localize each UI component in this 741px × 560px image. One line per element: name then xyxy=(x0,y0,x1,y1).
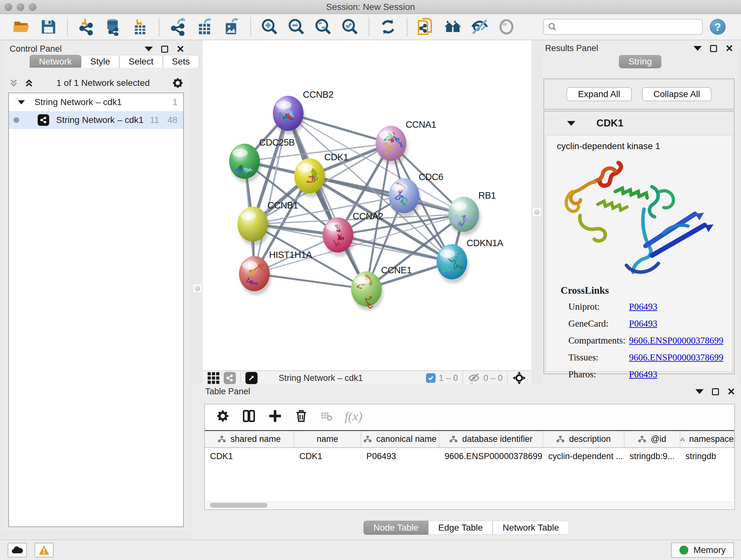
tab-network-table[interactable]: Network Table xyxy=(493,521,569,535)
table-cell[interactable]: CDK1 xyxy=(205,448,294,464)
memory-button[interactable]: Memory xyxy=(671,543,734,558)
tab-sets[interactable]: Sets xyxy=(163,55,199,68)
network-options-gear-icon[interactable] xyxy=(172,77,184,89)
zoom-out-icon[interactable] xyxy=(287,17,306,37)
column-header-canonical-name[interactable]: canonical name xyxy=(361,431,440,447)
collapse-all-icon[interactable] xyxy=(8,78,19,88)
crosslink-link[interactable]: P06493 xyxy=(629,369,657,380)
panel-float-icon[interactable] xyxy=(712,388,719,395)
column-header-description[interactable]: description xyxy=(543,431,624,447)
zoom-selected-icon[interactable] xyxy=(340,17,360,37)
table-cell[interactable]: cyclin-dependent ... xyxy=(543,448,624,464)
tab-style[interactable]: Style xyxy=(81,55,119,68)
panel-close-icon[interactable]: ✕ xyxy=(727,388,735,395)
hscrollbar-thumb[interactable] xyxy=(210,503,267,508)
tab-node-table[interactable]: Node Table xyxy=(363,521,428,535)
panel-menu-icon[interactable] xyxy=(145,47,153,51)
network-node-CDK1[interactable] xyxy=(294,159,325,193)
network-view-share-icon[interactable] xyxy=(224,372,236,384)
search-box[interactable] xyxy=(543,19,703,35)
tab-network[interactable]: Network xyxy=(30,55,81,68)
open-session-icon[interactable] xyxy=(12,17,31,37)
selected-checkbox-icon[interactable] xyxy=(426,373,435,383)
current-network-indicator-icon xyxy=(13,117,19,123)
network-collection-row[interactable]: String Network – cdk1 1 xyxy=(9,93,183,111)
save-session-icon[interactable] xyxy=(39,17,58,37)
network-node-HIST1H1A[interactable] xyxy=(239,256,270,291)
column-header-shared-name[interactable]: shared name xyxy=(205,431,294,447)
panel-menu-icon[interactable] xyxy=(693,46,702,51)
crosslink-link[interactable]: P06493 xyxy=(629,301,657,312)
cytoscape-window: Session: New Session xyxy=(0,0,741,560)
import-network-file-icon[interactable] xyxy=(77,17,96,37)
network-node-CCNA2[interactable] xyxy=(323,217,353,253)
network-node-CCNA1[interactable] xyxy=(376,126,406,161)
memory-status-icon xyxy=(679,546,688,555)
left-splitter-handle[interactable] xyxy=(192,284,202,293)
import-string-network-icon[interactable] xyxy=(416,17,435,37)
network-graph[interactable]: CCNB2CCNA1CDC25BCDK1CDC6RB1CCNB1CCNA2CDK… xyxy=(203,40,531,370)
expand-all-icon[interactable] xyxy=(23,78,35,88)
section-expander-icon[interactable] xyxy=(567,121,576,126)
zoom-in-icon[interactable] xyxy=(260,17,279,37)
crosslink-link[interactable]: 9606.ENSP00000378699 xyxy=(629,335,724,346)
protein-description: cyclin-dependent kinase 1 xyxy=(546,135,732,151)
panel-float-icon[interactable] xyxy=(161,46,168,53)
refresh-layout-icon[interactable] xyxy=(379,17,398,37)
crosslink-link[interactable]: P06493 xyxy=(629,318,657,329)
create-column-icon[interactable] xyxy=(268,409,282,423)
network-node-CDC25B[interactable] xyxy=(229,144,260,179)
right-splitter-handle[interactable] xyxy=(532,207,542,217)
expand-all-button[interactable]: Expand All xyxy=(566,87,631,101)
export-network-icon[interactable] xyxy=(169,17,188,37)
protein-section-header[interactable]: CDK1 xyxy=(544,111,734,135)
panel-float-icon[interactable] xyxy=(710,45,717,52)
zoom-fit-icon[interactable] xyxy=(314,17,333,37)
column-header--id[interactable]: @id xyxy=(624,431,680,447)
collection-expander-icon[interactable] xyxy=(18,100,25,105)
delete-column-icon[interactable] xyxy=(294,409,308,423)
network-node-RB1[interactable] xyxy=(448,197,479,232)
crosslinks-heading: CrossLinks xyxy=(546,285,732,298)
hide-selected-icon[interactable] xyxy=(470,17,489,37)
network-node-CDKN1A[interactable] xyxy=(436,244,467,279)
results-tab-string[interactable]: String xyxy=(619,55,661,68)
column-header-database-identifier[interactable]: database identifier xyxy=(440,431,543,447)
network-node-CDC6[interactable] xyxy=(389,178,419,213)
edge-count: 48 xyxy=(167,115,178,125)
panel-close-icon[interactable]: ✕ xyxy=(177,46,185,53)
search-input[interactable] xyxy=(557,22,691,32)
column-header-name[interactable]: name xyxy=(294,431,361,447)
table-cell[interactable]: P06493 xyxy=(361,448,440,464)
table-row[interactable]: CDK1CDK1P064939606.ENSP00000378699cyclin… xyxy=(205,448,734,464)
tab-edge-table[interactable]: Edge Table xyxy=(428,521,493,535)
table-cell[interactable]: 9606.ENSP00000378699 xyxy=(440,448,543,464)
birdseye-view-icon[interactable] xyxy=(246,372,258,384)
import-network-database-icon[interactable] xyxy=(104,17,123,37)
help-icon[interactable]: ? xyxy=(710,19,726,35)
panel-close-icon[interactable]: ✕ xyxy=(725,45,733,52)
network-node-CCNB2[interactable] xyxy=(273,96,304,131)
table-options-gear-icon[interactable] xyxy=(216,409,230,423)
table-cell[interactable]: stringdb:9... xyxy=(624,448,680,464)
network-canvas[interactable]: CCNB2CCNA1CDC25BCDK1CDC6RB1CCNB1CCNA2CDK… xyxy=(203,40,531,370)
panel-menu-icon[interactable] xyxy=(695,389,704,394)
node-label: CDC6 xyxy=(419,172,443,182)
network-node-CCNB1[interactable] xyxy=(238,206,268,242)
column-header-namespace[interactable]: namespace xyxy=(680,431,734,447)
table-cell[interactable]: stringdb xyxy=(680,448,734,464)
import-table-icon[interactable] xyxy=(131,17,150,37)
collapse-all-button[interactable]: Collapse All xyxy=(642,87,712,101)
graphics-details-icon[interactable] xyxy=(497,17,516,37)
cloud-status-button[interactable] xyxy=(8,543,27,557)
tab-select[interactable]: Select xyxy=(119,55,163,68)
export-table-icon[interactable] xyxy=(195,17,214,37)
crosslink-link[interactable]: 9606.ENSP00000378699 xyxy=(629,352,724,363)
show-columns-icon[interactable] xyxy=(242,409,256,423)
string-home-icon[interactable] xyxy=(443,17,462,37)
table-cell[interactable]: CDK1 xyxy=(294,448,361,464)
fit-selected-crosshair-icon[interactable] xyxy=(512,371,526,385)
network-row[interactable]: String Network – cdk1 11 48 xyxy=(9,111,183,129)
warnings-button[interactable] xyxy=(35,543,54,557)
export-image-icon[interactable] xyxy=(222,17,241,37)
